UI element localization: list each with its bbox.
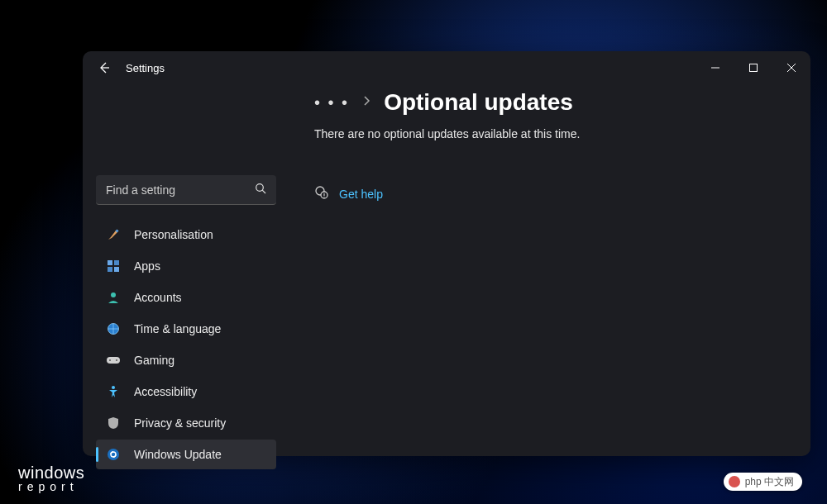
gamepad-icon [104, 351, 122, 369]
svg-point-12 [116, 359, 117, 361]
watermark-line1: windows [18, 465, 84, 480]
sidebar-item-label: Gaming [134, 354, 174, 367]
globe-clock-icon [104, 320, 122, 338]
window-controls [696, 51, 810, 84]
maximize-icon [748, 63, 758, 73]
sidebar-item-label: Accounts [134, 291, 182, 304]
php-badge-text: php 中文网 [745, 475, 794, 489]
search-input[interactable]: Find a setting [96, 175, 276, 205]
search-placeholder: Find a setting [106, 183, 255, 197]
svg-point-1 [256, 183, 264, 191]
sidebar-item-gaming[interactable]: Gaming [96, 345, 276, 375]
sidebar-item-accessibility[interactable]: Accessibility [96, 377, 276, 407]
minimize-icon [710, 63, 720, 73]
update-sync-icon [104, 445, 122, 464]
sidebar-item-label: Time & language [134, 322, 221, 335]
minimize-button[interactable] [696, 51, 734, 84]
content-area: • • • Optional updates There are no opti… [289, 84, 810, 469]
chevron-right-icon [362, 95, 370, 110]
get-help-label: Get help [339, 188, 383, 201]
status-text: There are no optional updates available … [314, 127, 786, 140]
apps-icon [104, 257, 122, 275]
svg-rect-5 [108, 267, 112, 272]
watermark-line2: report [18, 482, 84, 492]
svg-rect-3 [108, 260, 112, 265]
php-cn-badge: php 中文网 [724, 473, 802, 491]
paintbrush-icon [104, 226, 122, 244]
sidebar-item-personalisation[interactable]: Personalisation [96, 220, 276, 250]
back-arrow-icon [98, 61, 111, 74]
help-icon [314, 185, 329, 203]
search-icon [255, 183, 266, 197]
window-title: Settings [126, 62, 165, 74]
sidebar-item-label: Privacy & security [134, 416, 226, 430]
svg-point-14 [108, 449, 119, 460]
svg-point-13 [112, 386, 115, 389]
svg-point-11 [109, 359, 111, 361]
title-bar: Settings [83, 51, 810, 84]
svg-rect-10 [107, 357, 120, 364]
sidebar-item-label: Accessibility [134, 385, 197, 398]
sidebar: Find a setting Personalisation Apps [83, 84, 289, 469]
windows-report-watermark: windows report [18, 465, 84, 492]
settings-window: Settings Find a setting [83, 51, 810, 456]
close-button[interactable] [772, 51, 810, 84]
close-icon [786, 63, 796, 73]
accessibility-icon [104, 383, 122, 401]
sidebar-item-windows-update[interactable]: Windows Update [96, 440, 276, 469]
maximize-button[interactable] [734, 51, 772, 84]
svg-rect-0 [750, 64, 758, 72]
svg-rect-6 [114, 267, 119, 272]
sidebar-item-label: Windows Update [134, 448, 222, 461]
window-body: Find a setting Personalisation Apps [83, 84, 810, 469]
sidebar-item-privacy-security[interactable]: Privacy & security [96, 408, 276, 438]
back-button[interactable] [94, 61, 114, 74]
svg-rect-4 [114, 260, 119, 265]
sidebar-item-label: Apps [134, 259, 160, 273]
get-help-link[interactable]: Get help [314, 185, 786, 203]
sidebar-item-time-language[interactable]: Time & language [96, 314, 276, 344]
page-title: Optional updates [384, 89, 573, 116]
sidebar-item-accounts[interactable]: Accounts [96, 283, 276, 312]
breadcrumb: • • • Optional updates [314, 89, 786, 116]
sidebar-item-label: Personalisation [134, 228, 213, 241]
sidebar-item-apps[interactable]: Apps [96, 251, 276, 281]
person-icon [104, 288, 122, 307]
svg-point-7 [111, 292, 116, 297]
nav-list: Personalisation Apps Accounts [96, 220, 276, 469]
svg-point-17 [323, 196, 324, 197]
php-badge-dot-icon [729, 476, 740, 487]
breadcrumb-ellipsis[interactable]: • • • [314, 93, 349, 112]
shield-icon [104, 414, 122, 432]
